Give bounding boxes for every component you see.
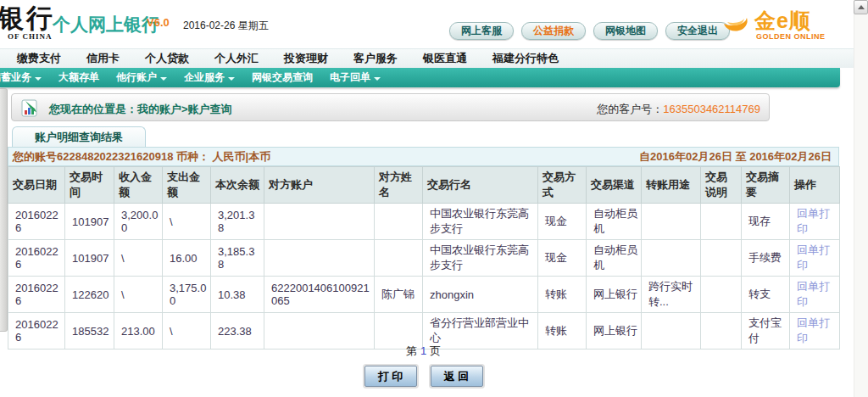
nav-investment[interactable]: 投资理财 (284, 51, 328, 66)
primary-nav: 缴费支付 信用卡 个人贷款 个人外汇 投资理财 客户服务 银医直通 福建分行特色 (0, 48, 868, 68)
col-expense: 支出金额 (163, 167, 211, 204)
tab-account-detail-result[interactable]: 账户明细查询结果 (12, 126, 146, 148)
ebank-map-button[interactable]: 网银地图 (593, 22, 658, 40)
account-number-info: 您的账号6228482022321620918 币种： 人民币|本币 (13, 150, 270, 163)
cell-trade-note (701, 277, 742, 313)
col-transfer-purpose: 转账用途 (642, 167, 701, 204)
brand-name-en: GOLDEN ONLINE (756, 32, 826, 41)
chevron-down-icon (228, 77, 235, 81)
online-service-button[interactable]: 网上客服 (449, 22, 514, 40)
cell-trade-time: 122620 (65, 277, 114, 313)
cell-trade-date: 20160226 (8, 204, 65, 240)
nav-ereceipt[interactable]: 电子回单 (330, 70, 381, 85)
receipt-print-link[interactable]: 回单打印 (797, 207, 830, 235)
nav-other-bank-account-label: 他行账户 (116, 70, 157, 85)
secondary-nav: 储蓄业务 大额存单 他行账户 企业服务 网银交易查询 电子回单 (0, 68, 840, 87)
nav-credit-card[interactable]: 信用卡 (86, 51, 120, 66)
nav-personal-forex[interactable]: 个人外汇 (214, 51, 259, 66)
vertical-scrollbar[interactable] (854, 0, 868, 397)
nav-large-deposit[interactable]: 大额存单 (58, 70, 99, 85)
cell-trade-date: 20160226 (8, 277, 65, 313)
cell-trade-time: 101907 (65, 240, 114, 277)
nav-customer-service[interactable]: 客户服务 (353, 51, 398, 66)
header: 银行 OF CHINA 个人网上银行 V6.0 2016-02-26 星期五 网… (0, 0, 868, 48)
col-trade-date: 交易日期 (8, 167, 65, 204)
cell-bank-name: 中国农业银行东莞高步支行 (423, 240, 538, 277)
cell-transfer-purpose (642, 240, 701, 277)
cell-counterparty-name (375, 240, 423, 277)
nav-bank-medical[interactable]: 银医直通 (423, 51, 467, 66)
nav-savings[interactable]: 储蓄业务 (0, 70, 42, 85)
cell-trade-date: 20160226 (8, 240, 65, 277)
table-header-row: 交易日期 交易时间 收入金额 支出金额 本次余额 对方账户 对方姓名 交易行名 … (8, 167, 840, 204)
current-date: 2016-02-26 星期五 (183, 19, 269, 33)
cell-transfer-purpose (642, 204, 701, 240)
cell-trade-summary: 转支 (742, 277, 790, 313)
collapsed-sidebar-strip[interactable] (0, 88, 8, 332)
cell-trade-method: 现金 (538, 204, 587, 240)
charity-donation-button[interactable]: 公益捐款 (521, 22, 586, 40)
nav-fujian-branch[interactable]: 福建分行特色 (492, 51, 559, 66)
receipt-print-link[interactable]: 回单打印 (797, 316, 830, 344)
bank-logo-subtitle: OF CHINA (8, 32, 52, 41)
date-range: 自2016年02月26日 至 2016年02月26日 (639, 148, 832, 165)
receipt-print-link[interactable]: 回单打印 (797, 243, 830, 271)
nav-payment[interactable]: 缴费支付 (17, 51, 61, 66)
brand-name-cn: 金e顺 (754, 7, 811, 35)
cell-trade-note (701, 204, 742, 240)
customer-number: 您的客户号：1635503462114769 (597, 102, 760, 117)
nav-personal-loan[interactable]: 个人贷款 (145, 51, 189, 66)
nav-corporate-service-label: 企业服务 (184, 70, 225, 85)
cell-trade-channel: 自动柜员机 (587, 204, 642, 240)
receipt-print-link[interactable]: 回单打印 (797, 280, 830, 308)
pagination: 第1页 (8, 344, 839, 359)
cell-operation: 回单打印 (790, 277, 840, 313)
scrollbar-up-icon[interactable] (854, 0, 868, 14)
cell-trade-summary: 现存 (742, 204, 790, 240)
cell-counterparty-name: 陈广锦 (375, 277, 423, 313)
header-quick-buttons: 网上客服 公益捐款 网银地图 安全退出 (449, 22, 730, 40)
cell-trade-channel: 自动柜员机 (587, 240, 642, 277)
page-number: 1 (420, 344, 426, 357)
location-icon (20, 98, 41, 118)
cell-bank-name: zhongxin (423, 277, 538, 313)
cell-balance: 10.38 (211, 277, 264, 313)
pager-prefix: 第 (406, 344, 417, 357)
print-button[interactable]: 打 印 (364, 366, 417, 387)
cell-income: \ (114, 240, 163, 277)
action-buttons: 打 印 返 回 (8, 366, 839, 387)
customer-number-value: 1635503462114769 (663, 103, 760, 115)
col-counterparty-account: 对方账户 (264, 167, 375, 204)
col-bank-name: 交易行名 (423, 167, 538, 204)
product-title: 个人网上银行 (53, 13, 159, 36)
bank-logo: 银行 (0, 1, 55, 36)
chevron-down-icon (374, 77, 381, 81)
col-income: 收入金额 (114, 167, 163, 204)
table-row: 20160226 101907 3,200.00 \ 3,201.38 中国农业… (8, 204, 840, 240)
cell-trade-summary: 手续费 (742, 240, 790, 277)
nav-savings-label: 储蓄业务 (0, 70, 31, 85)
back-button[interactable]: 返 回 (431, 366, 483, 387)
cell-bank-name: 中国农业银行东莞高步支行 (423, 204, 538, 240)
cell-expense: \ (163, 204, 211, 240)
cell-counterparty-account: 6222001406100921065 (264, 277, 375, 313)
table-row: 20160226 101907 \ 16.00 3,185.38 中国农业银行东… (8, 240, 840, 277)
breadcrumb-bar: 您现在的位置是：我的账户>账户查询 您的客户号：1635503462114769 (11, 93, 770, 121)
brand-crescent-icon (721, 5, 754, 39)
col-trade-channel: 交易渠道 (587, 167, 642, 204)
nav-other-bank-account[interactable]: 他行账户 (116, 70, 167, 85)
nav-corporate-service[interactable]: 企业服务 (184, 70, 235, 85)
cell-trade-channel: 网上银行 (587, 277, 642, 313)
nav-ebank-query[interactable]: 网银交易查询 (252, 70, 313, 85)
transaction-table: 交易日期 交易时间 收入金额 支出金额 本次余额 对方账户 对方姓名 交易行名 … (8, 166, 840, 349)
chevron-down-icon (160, 77, 167, 81)
cell-trade-note (701, 240, 742, 277)
col-operation: 操作 (790, 167, 840, 204)
col-trade-summary: 交易摘要 (742, 167, 790, 204)
cell-transfer-purpose: 跨行实时转... (642, 277, 701, 313)
col-trade-time: 交易时间 (65, 167, 114, 204)
version-label: V6.0 (147, 16, 170, 29)
nav-large-deposit-label: 大额存单 (58, 70, 99, 85)
table-row: 20160226 122620 \ 3,175.00 10.38 6222001… (8, 277, 840, 313)
cell-counterparty-account (264, 204, 375, 240)
